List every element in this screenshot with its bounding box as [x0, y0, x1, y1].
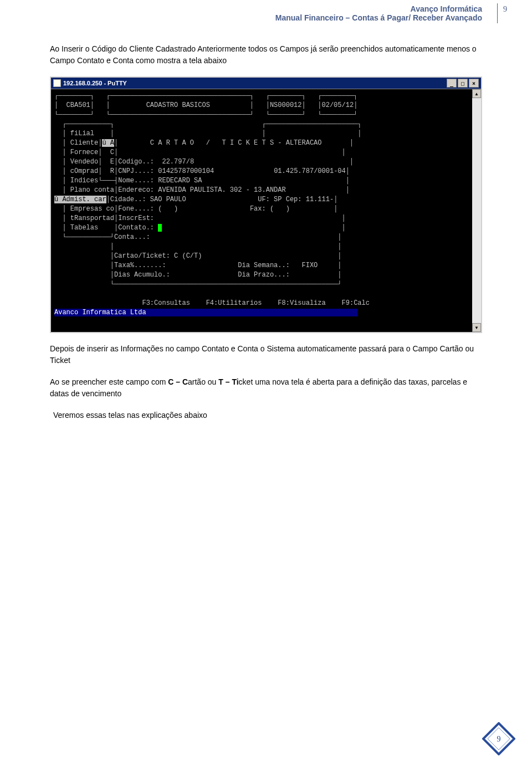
scroll-track[interactable]	[472, 98, 481, 323]
close-button[interactable]: ×	[469, 79, 479, 88]
minimize-button[interactable]: _	[447, 79, 457, 88]
window-title-bar: 192.168.0.250 - PuTTY _ □ ×	[51, 78, 481, 89]
page-number-top: 9	[503, 5, 507, 14]
maximize-button[interactable]: □	[458, 79, 468, 88]
terminal-output: ┌────────┐ ┌────────────────────────────…	[51, 89, 472, 332]
svg-text:9: 9	[497, 735, 501, 743]
scroll-up-button[interactable]: ▲	[472, 89, 481, 98]
scroll-down-button[interactable]: ▼	[472, 323, 481, 332]
header-divider	[497, 3, 498, 23]
putty-icon	[53, 79, 61, 87]
paragraph-3: Ao se preencher este campo com C – Cartã…	[50, 376, 482, 400]
paragraph-1: Ao Inserir o Código do Cliente Cadastrad…	[50, 43, 482, 67]
paragraph-4: Veremos essas telas nas explicações abai…	[53, 410, 482, 421]
page-badge: 9	[482, 722, 515, 755]
company-name: Avanço Informática	[275, 4, 482, 13]
manual-title: Manual Financeiro – Contas á Pagar/ Rece…	[275, 13, 482, 22]
paragraph-2: Depois de inserir as Informações no camp…	[50, 343, 482, 366]
document-header: Avanço Informática Manual Financeiro – C…	[50, 0, 482, 33]
terminal-scrollbar[interactable]: ▲ ▼	[472, 89, 481, 332]
window-title: 192.168.0.250 - PuTTY	[63, 80, 127, 86]
putty-window: 192.168.0.250 - PuTTY _ □ × ┌────────┐ ┌…	[50, 76, 482, 333]
